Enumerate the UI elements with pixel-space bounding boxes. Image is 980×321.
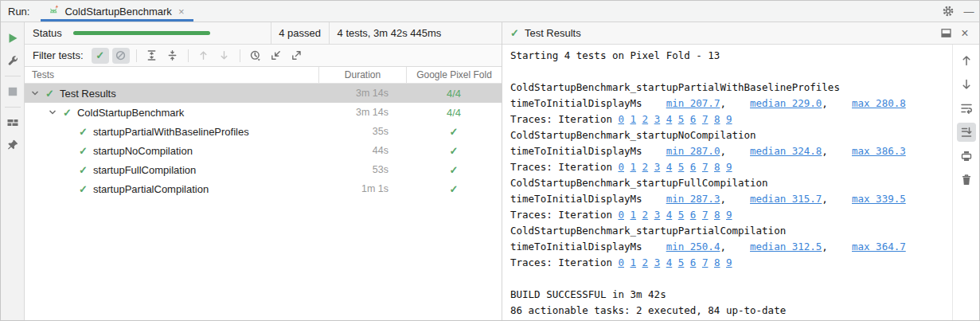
test-tree-row[interactable]: ✓startupPartialCompilation1m 1s✓: [25, 179, 502, 198]
console-link[interactable]: 2: [642, 256, 649, 268]
console-link[interactable]: 9: [726, 209, 732, 221]
console-link[interactable]: 1: [631, 113, 637, 125]
console-link[interactable]: 1: [631, 256, 637, 268]
console-line: Starting 4 tests on Pixel Fold - 13: [510, 48, 952, 64]
arrow-up-icon[interactable]: [957, 51, 976, 70]
column-device[interactable]: Google Pixel Fold: [406, 67, 502, 83]
console-link[interactable]: max 386.3: [852, 145, 906, 157]
show-ignored-icon[interactable]: [112, 48, 130, 64]
console-link[interactable]: max 364.7: [852, 241, 906, 252]
test-name: startupFullCompilation: [93, 164, 196, 176]
test-tree-row[interactable]: ✓startupNoCompilation44s✓: [25, 141, 502, 160]
console-text: Starting 4 tests on Pixel Fold - 13: [510, 49, 720, 61]
print-icon[interactable]: [957, 147, 976, 166]
console-link[interactable]: 2: [642, 113, 649, 125]
hide-icon[interactable]: —: [959, 1, 979, 22]
console-line: timeToInitialDisplayMs min 287.3, median…: [510, 191, 952, 207]
pin-icon[interactable]: [3, 135, 22, 155]
console-link[interactable]: min 287.0: [666, 145, 720, 157]
console-link[interactable]: 2: [642, 161, 649, 173]
console-link[interactable]: median 312.5: [750, 241, 822, 252]
console-text: [624, 113, 631, 125]
show-passed-icon[interactable]: ✓: [92, 48, 109, 64]
console-link[interactable]: max 280.8: [852, 97, 906, 109]
console-text: ,: [720, 97, 750, 109]
settings-gear-icon[interactable]: [938, 1, 959, 22]
column-tests[interactable]: Tests: [25, 67, 318, 83]
console-text: ,: [720, 145, 750, 157]
test-passed-icon: ✓: [450, 126, 459, 138]
test-tree-row[interactable]: ✓Test Results3m 14s4/4: [25, 84, 502, 103]
console-link[interactable]: 0: [618, 161, 624, 173]
rerun-icon[interactable]: [3, 29, 22, 48]
console-line: timeToInitialDisplayMs min 207.7, median…: [510, 96, 952, 112]
console-text: [672, 256, 678, 268]
tab-coldstartupbenchmark[interactable]: ColdStartupBenchmark ×: [41, 1, 193, 22]
console-link[interactable]: min 207.7: [666, 97, 720, 109]
console-link[interactable]: 9: [726, 256, 732, 268]
close-icon[interactable]: ×: [955, 25, 974, 42]
console-link[interactable]: median 324.8: [750, 145, 822, 157]
chevron-down-icon[interactable]: [47, 108, 58, 116]
console-text: Traces: Iteration: [510, 161, 618, 173]
console-link[interactable]: max 339.5: [852, 193, 906, 205]
console-text: [636, 256, 642, 268]
console-line: 86 actionable tasks: 2 executed, 84 up-t…: [510, 303, 952, 319]
console-text: [624, 209, 631, 221]
console-output[interactable]: Starting 4 tests on Pixel Fold - 13 Cold…: [502, 45, 952, 320]
console-link[interactable]: 1: [631, 209, 637, 221]
arrow-down-icon[interactable]: [957, 75, 976, 94]
test-tree-row[interactable]: ✓startupPartialWithBaselineProfiles35s✓: [25, 122, 502, 141]
console-link[interactable]: median 315.7: [750, 193, 822, 205]
console-line: timeToInitialDisplayMs min 250.4, median…: [510, 239, 952, 255]
console-link[interactable]: 0: [618, 209, 624, 221]
test-tree-row[interactable]: ✓startupFullCompilation53s✓: [25, 160, 502, 179]
restore-window-icon[interactable]: [936, 25, 955, 42]
console-text: ,: [822, 241, 852, 252]
console-link[interactable]: median 229.0: [750, 97, 822, 109]
console-text: ColdStartupBenchmark_startupPartialCompi…: [510, 225, 786, 237]
tree-header: Tests Duration Google Pixel Fold: [25, 67, 502, 84]
console-link[interactable]: 8: [714, 113, 720, 125]
test-passed-icon: ✓: [450, 164, 459, 176]
console-text: [684, 113, 690, 125]
console-link[interactable]: 9: [726, 113, 732, 125]
console-text: Traces: Iteration: [510, 209, 618, 221]
console-panel: ✓ Test Results × Starting 4 tests on Pix…: [502, 22, 979, 320]
console-link[interactable]: 8: [714, 256, 720, 268]
column-duration[interactable]: Duration: [318, 67, 406, 83]
console-line: ColdStartupBenchmark_startupFullCompilat…: [510, 175, 952, 191]
console-text: [636, 161, 642, 173]
console-link[interactable]: min 250.4: [666, 241, 720, 252]
console-link[interactable]: 8: [714, 209, 720, 221]
console-link[interactable]: 1: [631, 161, 637, 173]
import-results-icon[interactable]: [267, 48, 285, 64]
console-line: BUILD SUCCESSFUL in 3m 42s: [510, 287, 952, 303]
layout-icon[interactable]: [3, 113, 22, 132]
console-link[interactable]: 2: [642, 209, 649, 221]
status-label: Status: [25, 27, 73, 39]
console-text: ColdStartupBenchmark_startupNoCompilatio…: [510, 129, 756, 141]
device-result: ✓: [406, 183, 502, 195]
console-line: Traces: Iteration 0 1 2 3 4 5 6 7 8 9: [510, 112, 952, 127]
console-link[interactable]: 0: [618, 256, 624, 268]
console-link[interactable]: 0: [618, 113, 624, 125]
console-link[interactable]: 8: [714, 161, 720, 173]
scroll-to-end-icon[interactable]: [957, 123, 976, 142]
export-results-icon[interactable]: [288, 48, 306, 64]
wrench-icon[interactable]: [3, 51, 22, 70]
console-text: [696, 209, 702, 221]
test-tree-row[interactable]: ✓ColdStartupBenchmark3m 14s4/4: [25, 103, 502, 122]
close-icon[interactable]: ×: [177, 6, 186, 17]
console-link[interactable]: min 287.3: [666, 193, 720, 205]
console-link[interactable]: 9: [726, 161, 732, 173]
soft-wrap-icon[interactable]: [957, 99, 976, 118]
clear-trash-icon[interactable]: [957, 170, 976, 190]
history-clock-icon[interactable]: [247, 48, 264, 64]
console-text: [708, 161, 714, 173]
expand-all-icon[interactable]: [143, 48, 161, 64]
chevron-down-icon[interactable]: [29, 89, 41, 97]
console-line: Traces: Iteration 0 1 2 3 4 5 6 7 8 9: [510, 159, 952, 175]
collapse-all-icon[interactable]: [164, 48, 182, 64]
test-passed-icon: ✓: [79, 145, 88, 157]
